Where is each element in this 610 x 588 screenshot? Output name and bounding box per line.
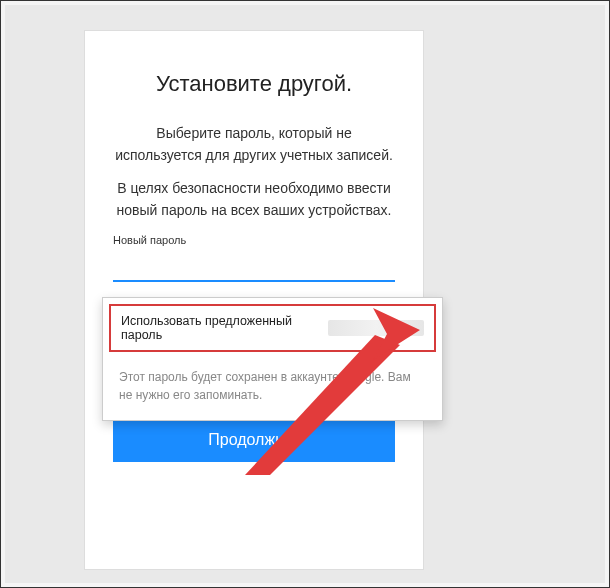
new-password-input[interactable] (113, 252, 395, 280)
suggested-password-masked (328, 320, 424, 336)
page-background: Установите другой. Выберите пароль, кото… (5, 5, 605, 583)
page-title: Установите другой. (113, 71, 395, 97)
password-suggestion-popup: Использовать предложенный пароль Этот па… (102, 297, 443, 421)
description-line-1: Выберите пароль, который не используется… (113, 123, 395, 166)
suggestion-note: Этот пароль будет сохранен в аккаунте Go… (103, 358, 442, 420)
password-field-label: Новый пароль (113, 234, 395, 246)
password-field-wrap (113, 252, 395, 282)
use-suggested-password-row[interactable]: Использовать предложенный пароль (109, 304, 436, 352)
use-suggested-password-label: Использовать предложенный пароль (121, 314, 320, 342)
description-line-2: В целях безопасности необходимо ввести н… (113, 178, 395, 221)
continue-button[interactable]: Продолжить (113, 418, 395, 462)
